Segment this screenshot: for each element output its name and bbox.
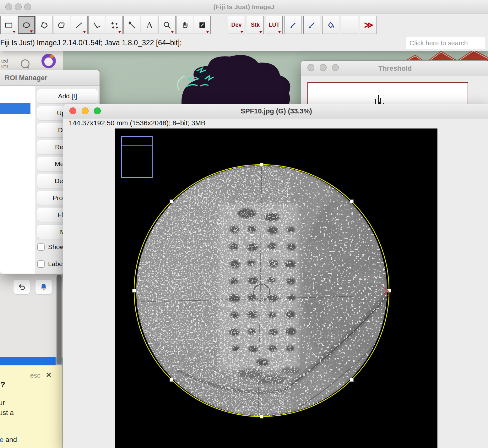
main-titlebar[interactable]: (Fiji Is Just) ImageJ [0, 0, 488, 14]
selection-handle-west[interactable] [133, 289, 136, 292]
status-line: (Fiji Is Just) ImageJ 2.14.0/1.54f; Java… [0, 39, 182, 47]
app-icon-face [44, 57, 53, 66]
roi-add-button[interactable]: Add [t] [37, 89, 98, 103]
imagej-main-window: (Fiji Is Just) ImageJ [0, 0, 488, 51]
close-button[interactable] [307, 64, 314, 71]
zoom-tool-button[interactable] [159, 16, 176, 34]
zoom-window-button[interactable] [332, 64, 339, 71]
notification-text-fragment: t? [0, 380, 5, 390]
polygon-tool-button[interactable] [35, 16, 52, 34]
empty-tool-slot[interactable] [341, 16, 358, 34]
selection-handle-south[interactable] [260, 415, 263, 418]
threshold-titlebar[interactable]: Threshold [301, 61, 488, 76]
minimize-button[interactable] [320, 64, 327, 71]
minimize-button[interactable] [15, 3, 22, 10]
tool-dropdown-indicator [83, 31, 86, 33]
fill-tool-button[interactable] [322, 16, 339, 34]
search-input[interactable] [406, 37, 485, 49]
scrollbar-thumb[interactable] [57, 275, 62, 364]
traffic-lights [5, 3, 31, 10]
oval-tool-button[interactable] [18, 16, 35, 34]
selection-handle-southwest[interactable] [170, 378, 173, 382]
labels-checkbox[interactable] [37, 260, 45, 268]
roi-list-selected-item[interactable] [0, 103, 30, 114]
search-icon[interactable] [21, 59, 30, 68]
notification-bell-button[interactable] [35, 279, 52, 294]
specimen-image[interactable] [115, 128, 437, 448]
zoom-window-button[interactable] [94, 107, 101, 114]
selection-handle-northwest[interactable] [170, 200, 173, 203]
paint-bucket-icon [326, 21, 335, 30]
roi-titlebar[interactable]: ROI Manager [0, 70, 100, 86]
traffic-lights [307, 64, 339, 71]
bell-icon [39, 282, 48, 291]
background-panel [0, 274, 63, 358]
rectangle-tool-button[interactable] [0, 16, 17, 34]
pencil-icon [289, 21, 297, 30]
stk-label: Stk [251, 22, 260, 28]
wand-tool-button[interactable] [123, 16, 140, 34]
highlighted-text-row [0, 357, 56, 365]
tool-dropdown-indicator [30, 30, 33, 33]
esc-hint: esc [30, 372, 41, 379]
more-tools-button[interactable]: ≫ [360, 16, 377, 34]
wand-icon [127, 21, 136, 30]
minimize-button[interactable] [82, 107, 89, 114]
notification-text-fragment: ur [0, 399, 5, 407]
tool-dropdown-indicator [118, 31, 121, 33]
show-all-checkbox[interactable] [37, 243, 45, 251]
notification-link[interactable]: le [0, 436, 3, 444]
roi-manager-title: ROI Manager [0, 70, 100, 86]
image-info-line: 144.37x192.50 mm (1536x2048); 8–bit; 3MB [63, 118, 488, 128]
roi-rectangle[interactable] [122, 137, 152, 178]
app-icon-badge [50, 54, 54, 58]
angle-icon [92, 21, 101, 30]
point-icon [110, 21, 119, 30]
tool-dropdown-indicator [171, 31, 174, 33]
angle-tool-button[interactable] [88, 16, 105, 34]
tool-dropdown-indicator [240, 31, 243, 33]
selection-handle-southeast[interactable] [350, 378, 354, 382]
lut-menu-button[interactable]: LUT [266, 16, 283, 34]
selection-handle-northeast[interactable] [350, 200, 354, 203]
tool-dropdown-indicator [278, 31, 281, 33]
brush-icon [307, 21, 316, 30]
notification-text-fragment: le and [0, 436, 17, 444]
undo-button[interactable] [13, 279, 30, 294]
browser-toolbar-fragment: ted ums [0, 51, 63, 70]
color-picker-icon [198, 21, 207, 30]
notification-text-fragment: ust a [0, 409, 14, 417]
button-label: Add [t] [58, 92, 77, 100]
tree-silhouette [170, 49, 295, 110]
image-canvas[interactable] [115, 128, 437, 448]
point-tool-button[interactable] [106, 16, 123, 34]
text-fragment: ums [1, 64, 8, 68]
close-button[interactable] [5, 3, 12, 10]
line-tool-button[interactable] [71, 16, 88, 34]
tool-dropdown-indicator [206, 31, 209, 33]
main-window-title: (Fiji Is Just) ImageJ [0, 0, 488, 14]
tool-dropdown-indicator [13, 31, 16, 33]
selection-handle-north[interactable] [260, 163, 263, 167]
app-icon[interactable] [41, 54, 56, 68]
screen: ted ums esc ✕ t? ur ust a le and [0, 0, 488, 448]
hand-icon [180, 21, 189, 30]
text-tool-button[interactable]: A [141, 16, 158, 34]
color-picker-tool-button[interactable] [194, 16, 211, 34]
roi-list[interactable] [0, 86, 35, 274]
notification-panel: esc ✕ t? ur ust a le and [0, 365, 62, 448]
image-window-titlebar[interactable]: SPF10.jpg (G) (33.3%) [63, 104, 488, 118]
pencil-tool-button[interactable] [285, 16, 301, 34]
brush-tool-button[interactable] [303, 16, 320, 34]
close-icon[interactable]: ✕ [46, 371, 52, 379]
freehand-tool-button[interactable] [53, 16, 70, 34]
hand-tool-button[interactable] [176, 16, 193, 34]
zoom-window-button[interactable] [24, 3, 31, 10]
dev-menu-button[interactable]: Dev [228, 16, 245, 34]
traffic-lights [69, 107, 101, 114]
undo-icon [17, 282, 26, 291]
close-button[interactable] [69, 107, 76, 114]
freehand-icon [57, 21, 66, 30]
tool-dropdown-indicator [259, 31, 262, 33]
stack-menu-button[interactable]: Stk [247, 16, 264, 34]
